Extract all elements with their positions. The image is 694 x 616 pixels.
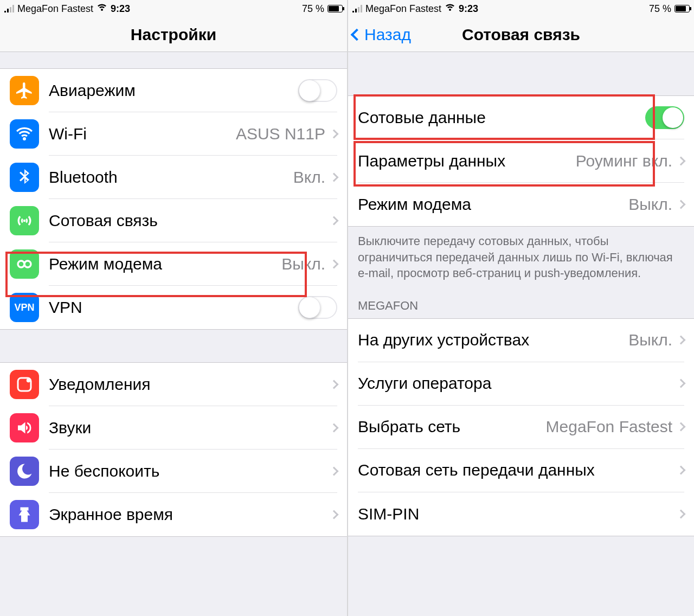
svg-point-3 — [27, 378, 31, 383]
row-label: На других устройствах — [358, 331, 628, 349]
row-label: Параметры данных — [358, 152, 576, 170]
row-detail: Роуминг вкл. — [576, 152, 672, 170]
row-data-options[interactable]: Параметры данных Роуминг вкл. — [348, 139, 694, 183]
airplane-icon — [10, 76, 39, 105]
chevron-right-icon — [330, 510, 339, 519]
status-time: 9:23 — [459, 3, 478, 15]
row-label: Выбрать сеть — [358, 418, 546, 436]
chevron-right-icon — [677, 422, 686, 432]
row-detail: Выкл. — [628, 331, 672, 349]
status-bar: MegaFon Fastest 9:23 75 % — [0, 0, 347, 17]
row-notifications[interactable]: Уведомления — [0, 363, 347, 406]
row-cellular[interactable]: Сотовая связь — [0, 199, 347, 242]
svg-point-1 — [24, 261, 31, 267]
chevron-right-icon — [677, 466, 686, 475]
chevron-right-icon — [330, 172, 339, 182]
row-label: Режим модема — [49, 255, 281, 273]
row-label: Режим модема — [358, 195, 628, 214]
back-button[interactable]: Назад — [352, 17, 411, 52]
cellular-data-toggle[interactable] — [645, 106, 684, 129]
battery-icon — [674, 5, 690, 12]
row-screentime[interactable]: Экранное время — [0, 493, 347, 536]
carrier-name: MegaFon Fastest — [17, 3, 93, 15]
page-title: Сотовая связь — [462, 25, 580, 44]
chevron-right-icon — [677, 379, 686, 388]
row-vpn[interactable]: VPN VPN — [0, 286, 347, 329]
row-detail: MegaFon Fastest — [546, 418, 672, 436]
vpn-icon: VPN — [10, 293, 39, 322]
airplane-toggle[interactable] — [298, 79, 337, 102]
row-label: SIM-PIN — [358, 505, 678, 523]
row-label: Сотовая связь — [49, 211, 331, 230]
row-sim-pin[interactable]: SIM-PIN — [348, 492, 694, 536]
status-time: 9:23 — [111, 3, 130, 15]
row-label: Звуки — [49, 419, 331, 437]
notifications-icon — [10, 370, 39, 399]
wifi-settings-icon — [10, 119, 39, 149]
row-hotspot[interactable]: Режим модема Выкл. — [0, 242, 347, 286]
chevron-right-icon — [330, 423, 339, 432]
battery-percent: 75 % — [302, 3, 324, 15]
sounds-icon — [10, 413, 39, 442]
settings-pane: MegaFon Fastest 9:23 75 % Настройки Ави — [0, 0, 347, 616]
battery-icon — [327, 5, 343, 12]
row-label: Не беспокоить — [49, 462, 331, 480]
vpn-toggle[interactable] — [298, 296, 337, 319]
row-wifi[interactable]: Wi-Fi ASUS N11P — [0, 112, 347, 156]
row-label: Сотовые данные — [358, 108, 645, 127]
chevron-right-icon — [330, 129, 339, 138]
row-personal-hotspot[interactable]: Режим модема Выкл. — [348, 183, 694, 226]
chevron-right-icon — [330, 216, 339, 225]
row-label: Сотовая сеть передачи данных — [358, 461, 678, 479]
svg-point-0 — [18, 261, 24, 267]
dnd-icon — [10, 457, 39, 486]
chevron-left-icon — [351, 28, 363, 41]
wifi-icon — [445, 3, 455, 15]
row-detail: ASUS N11P — [236, 125, 325, 143]
signal-icon — [4, 5, 14, 12]
status-bar: MegaFon Fastest 9:23 75 % — [348, 0, 694, 17]
row-label: Услуги оператора — [358, 374, 678, 393]
cellular-pane: MegaFon Fastest 9:23 75 % Назад Сотовая … — [347, 0, 694, 616]
row-sounds[interactable]: Звуки — [0, 406, 347, 450]
row-dnd[interactable]: Не беспокоить — [0, 450, 347, 493]
chevron-right-icon — [677, 156, 686, 165]
chevron-right-icon — [330, 466, 339, 476]
row-carrier-services[interactable]: Услуги оператора — [348, 362, 694, 406]
chevron-right-icon — [330, 380, 339, 389]
cellular-icon — [10, 206, 39, 235]
row-label: Wi-Fi — [49, 125, 236, 143]
back-label: Назад — [364, 25, 411, 44]
nav-bar: Назад Сотовая связь — [348, 17, 694, 52]
row-airplane-mode[interactable]: Авиарежим — [0, 69, 347, 112]
wifi-icon — [97, 3, 107, 15]
bluetooth-icon — [10, 163, 39, 192]
row-label: Bluetooth — [49, 168, 293, 187]
row-label: Авиарежим — [49, 81, 298, 100]
row-label: Уведомления — [49, 375, 331, 394]
row-network-selection[interactable]: Выбрать сеть MegaFon Fastest — [348, 406, 694, 449]
page-title: Настройки — [131, 25, 216, 44]
nav-bar: Настройки — [0, 17, 347, 52]
row-on-other-devices[interactable]: На других устройствах Выкл. — [348, 319, 694, 362]
row-detail: Выкл. — [281, 255, 325, 273]
screentime-icon — [10, 500, 39, 529]
carrier-name: MegaFon Fastest — [365, 3, 441, 15]
signal-icon — [352, 5, 362, 12]
chevron-right-icon — [677, 200, 686, 209]
chevron-right-icon — [677, 336, 686, 345]
row-detail: Выкл. — [628, 195, 672, 214]
chevron-right-icon — [330, 259, 339, 268]
hotspot-icon — [10, 249, 39, 279]
row-detail: Вкл. — [293, 168, 325, 187]
chevron-right-icon — [677, 509, 686, 518]
row-cellular-data-network[interactable]: Сотовая сеть передачи данных — [348, 449, 694, 492]
row-label: VPN — [49, 298, 298, 317]
row-cellular-data[interactable]: Сотовые данные — [348, 96, 694, 139]
group-footer-text: Выключите передачу сотовых данных, чтобы… — [348, 227, 694, 288]
battery-percent: 75 % — [649, 3, 671, 15]
section-header: MEGAFON — [348, 288, 694, 318]
row-label: Экранное время — [49, 505, 331, 524]
row-bluetooth[interactable]: Bluetooth Вкл. — [0, 156, 347, 199]
